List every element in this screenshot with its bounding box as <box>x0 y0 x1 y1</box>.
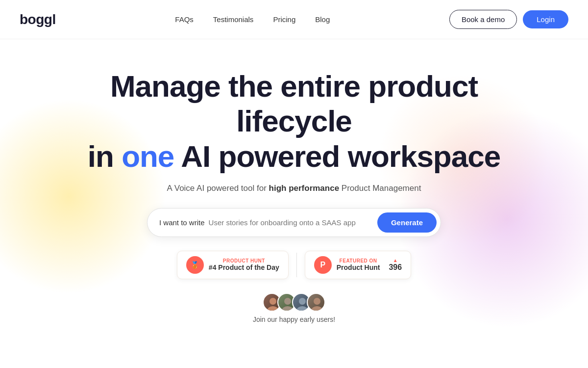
book-demo-button[interactable]: Book a demo <box>449 10 517 29</box>
nav-actions: Book a demo Login <box>449 10 568 29</box>
login-button[interactable]: Login <box>523 10 568 28</box>
write-input[interactable] <box>209 218 377 227</box>
ph-count-num: 396 <box>389 263 402 272</box>
svg-point-1 <box>267 306 279 312</box>
input-bar: I want to write Generate <box>147 208 441 237</box>
nav-pricing[interactable]: Pricing <box>273 15 295 24</box>
svg-point-6 <box>314 298 320 305</box>
ph-count: ▲ 396 <box>389 258 402 272</box>
ph-featured-label: FEATURED ON <box>337 258 380 263</box>
ph-day-text: PRODUCT HUNT #4 Product of the Day <box>209 258 279 271</box>
hero-title-line2: in one AI powered workspace <box>88 139 500 173</box>
navbar: boggl FAQs Testimonials Pricing Blog Boo… <box>0 0 588 39</box>
avatars-row <box>263 293 325 312</box>
hero-title: Manage the entire product lifecycle in o… <box>74 69 514 174</box>
svg-point-7 <box>311 306 323 312</box>
avatar-4 <box>307 293 325 312</box>
nav-blog[interactable]: Blog <box>315 15 330 24</box>
svg-point-0 <box>270 298 276 305</box>
svg-point-4 <box>299 298 306 305</box>
input-prefix: I want to write <box>159 218 205 227</box>
svg-point-3 <box>282 306 294 312</box>
ph-day-value: #4 Product of the Day <box>209 263 279 271</box>
badges-row: 🥉 PRODUCT HUNT #4 Product of the Day P F… <box>177 251 411 279</box>
hero-section: Manage the entire product lifecycle in o… <box>0 39 588 323</box>
nav-testimonials[interactable]: Testimonials <box>213 15 254 24</box>
ph-rank-icon: 🥉 <box>186 256 204 274</box>
ph-featured-badge: P FEATURED ON Product Hunt ▲ 396 <box>305 251 411 279</box>
ph-featured-value: Product Hunt <box>337 263 380 271</box>
svg-point-2 <box>284 298 291 305</box>
social-proof: Join our happy early users! <box>253 293 335 323</box>
ph-product-day-badge: 🥉 PRODUCT HUNT #4 Product of the Day <box>177 251 289 279</box>
generate-button[interactable]: Generate <box>377 212 437 233</box>
social-proof-text: Join our happy early users! <box>253 315 335 323</box>
nav-links: FAQs Testimonials Pricing Blog <box>175 15 330 24</box>
hero-subtitle: A Voice AI powered tool for high perform… <box>167 184 421 193</box>
logo[interactable]: boggl <box>20 12 56 27</box>
svg-point-5 <box>296 306 308 312</box>
nav-faqs[interactable]: FAQs <box>175 15 194 24</box>
ph-featured-icon: P <box>314 256 332 274</box>
ph-count-arrow: ▲ <box>393 258 398 263</box>
ph-featured-text: FEATURED ON Product Hunt <box>337 258 380 271</box>
ph-day-label: PRODUCT HUNT <box>209 258 279 263</box>
badge-divider <box>296 253 297 277</box>
hero-title-line1: Manage the entire product lifecycle <box>110 69 478 138</box>
